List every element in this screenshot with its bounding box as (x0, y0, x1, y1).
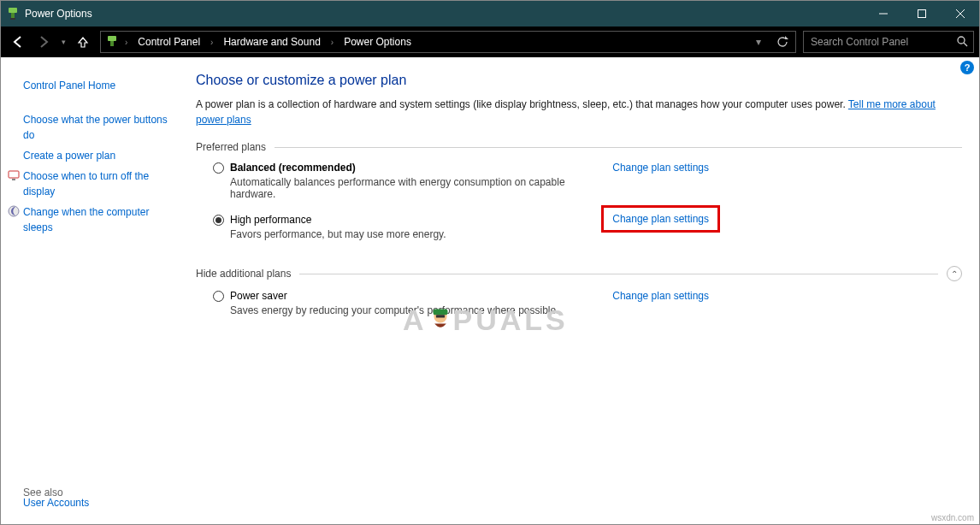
chevron-right-icon[interactable]: › (209, 38, 215, 47)
moon-icon (8, 205, 20, 217)
source-text: wsxdn.com (931, 513, 974, 522)
crumb-control-panel[interactable]: Control Panel (131, 32, 207, 52)
dropdown-addr-button[interactable]: ▾ (747, 36, 770, 48)
search-input[interactable] (809, 35, 956, 49)
plan-high-performance: High performance Favors performance, but… (213, 214, 709, 240)
change-settings-power-saver[interactable]: Change plan settings (612, 290, 709, 302)
maximize-button[interactable] (902, 1, 941, 27)
page-heading: Choose or customize a power plan (196, 73, 962, 88)
additional-plans-header: Hide additional plans ⌃ (196, 266, 962, 281)
location-icon (103, 35, 121, 49)
side-link-turn-off-display[interactable]: Choose when to turn off the display (23, 168, 173, 199)
help-button[interactable]: ? (960, 61, 974, 74)
control-panel-home-link[interactable]: Control Panel Home (23, 78, 173, 93)
svg-rect-12 (12, 179, 15, 180)
display-icon (8, 169, 20, 181)
plan-balanced-desc: Automatically balances performance with … (230, 176, 572, 200)
svg-point-9 (958, 37, 965, 44)
side-pane: Control Panel Home Choose what the power… (1, 57, 185, 240)
chevron-right-icon[interactable]: › (123, 38, 129, 47)
svg-rect-11 (9, 171, 19, 178)
main-pane: Choose or customize a power plan A power… (196, 69, 962, 330)
app-icon (1, 7, 25, 21)
plan-high-desc: Favors performance, but may use more ene… (230, 228, 572, 240)
side-link-computer-sleeps[interactable]: Change when the computer sleeps (23, 204, 173, 235)
chevron-right-icon[interactable]: › (329, 38, 335, 47)
nav-bar: ▾ › Control Panel › Hardware and Sound ›… (1, 27, 979, 57)
window-title: Power Options (25, 8, 864, 20)
svg-line-10 (964, 43, 967, 46)
crumb-hardware-sound[interactable]: Hardware and Sound (216, 32, 327, 52)
user-accounts-link[interactable]: User Accounts (23, 497, 89, 509)
plan-saver-desc: Saves energy by reducing your computer's… (230, 304, 572, 316)
recent-dropdown[interactable]: ▾ (57, 38, 69, 46)
svg-rect-0 (9, 8, 17, 13)
back-button[interactable] (6, 30, 30, 54)
minimize-button[interactable] (864, 1, 902, 27)
side-link-power-buttons[interactable]: Choose what the power buttons do (23, 112, 173, 143)
page-description: A power plan is a collection of hardware… (196, 97, 962, 127)
svg-rect-4 (918, 10, 925, 18)
radio-power-saver[interactable] (213, 291, 224, 302)
radio-balanced[interactable] (213, 162, 224, 174)
radio-high-performance[interactable] (213, 215, 224, 226)
preferred-plans-header: Preferred plans (196, 141, 962, 153)
close-button[interactable] (941, 1, 979, 27)
crumb-power-options[interactable]: Power Options (337, 32, 418, 52)
refresh-button[interactable] (771, 36, 794, 48)
plan-power-saver: Power saver Saves energy by reducing you… (213, 290, 709, 316)
change-settings-balanced[interactable]: Change plan settings (612, 162, 709, 174)
up-button[interactable] (71, 30, 95, 54)
search-box[interactable] (803, 31, 974, 53)
search-icon[interactable] (956, 35, 968, 50)
change-settings-high-performance[interactable]: Change plan settings (601, 205, 720, 233)
svg-rect-1 (11, 13, 15, 18)
side-link-create-plan[interactable]: Create a power plan (23, 148, 173, 163)
forward-button[interactable] (32, 30, 56, 54)
plan-saver-name[interactable]: Power saver (230, 290, 572, 302)
address-bar[interactable]: › Control Panel › Hardware and Sound › P… (100, 31, 796, 53)
plan-balanced: Balanced (recommended) Automatically bal… (213, 162, 709, 200)
collapse-button[interactable]: ⌃ (947, 266, 962, 281)
content-area: ? Control Panel Home Choose what the pow… (1, 57, 979, 524)
plan-high-name[interactable]: High performance (230, 214, 572, 226)
plan-balanced-name[interactable]: Balanced (recommended) (230, 162, 572, 174)
svg-rect-2 (10, 18, 15, 20)
svg-rect-8 (110, 41, 114, 46)
svg-rect-7 (108, 36, 116, 41)
title-bar: Power Options (1, 1, 979, 27)
